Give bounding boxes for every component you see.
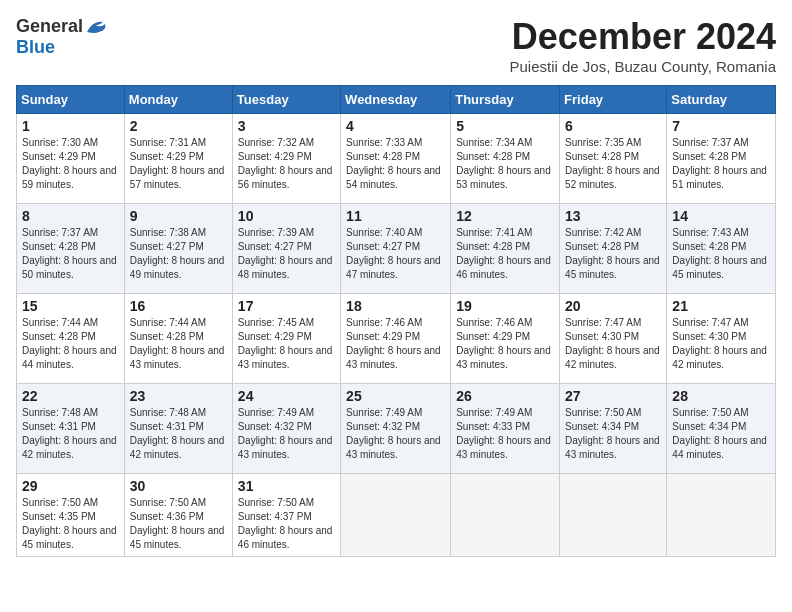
day-number: 5 [456, 118, 554, 134]
day-detail: Sunrise: 7:41 AMSunset: 4:28 PMDaylight:… [456, 226, 554, 282]
day-detail: Sunrise: 7:49 AMSunset: 4:32 PMDaylight:… [346, 406, 445, 462]
day-detail: Sunrise: 7:38 AMSunset: 4:27 PMDaylight:… [130, 226, 227, 282]
calendar-cell: 31Sunrise: 7:50 AMSunset: 4:37 PMDayligh… [232, 474, 340, 557]
calendar-week-row: 8Sunrise: 7:37 AMSunset: 4:28 PMDaylight… [17, 204, 776, 294]
logo-general: General [16, 16, 83, 37]
day-detail: Sunrise: 7:35 AMSunset: 4:28 PMDaylight:… [565, 136, 661, 192]
day-detail: Sunrise: 7:32 AMSunset: 4:29 PMDaylight:… [238, 136, 335, 192]
calendar-header-row: SundayMondayTuesdayWednesdayThursdayFrid… [17, 86, 776, 114]
weekday-header-wednesday: Wednesday [341, 86, 451, 114]
day-number: 7 [672, 118, 770, 134]
day-number: 15 [22, 298, 119, 314]
calendar-cell: 15Sunrise: 7:44 AMSunset: 4:28 PMDayligh… [17, 294, 125, 384]
day-number: 19 [456, 298, 554, 314]
day-detail: Sunrise: 7:49 AMSunset: 4:32 PMDaylight:… [238, 406, 335, 462]
calendar-cell: 26Sunrise: 7:49 AMSunset: 4:33 PMDayligh… [451, 384, 560, 474]
day-number: 8 [22, 208, 119, 224]
calendar-cell: 19Sunrise: 7:46 AMSunset: 4:29 PMDayligh… [451, 294, 560, 384]
calendar-cell [560, 474, 667, 557]
day-number: 18 [346, 298, 445, 314]
day-number: 10 [238, 208, 335, 224]
day-number: 3 [238, 118, 335, 134]
day-detail: Sunrise: 7:37 AMSunset: 4:28 PMDaylight:… [672, 136, 770, 192]
day-number: 24 [238, 388, 335, 404]
day-detail: Sunrise: 7:48 AMSunset: 4:31 PMDaylight:… [130, 406, 227, 462]
calendar-cell: 11Sunrise: 7:40 AMSunset: 4:27 PMDayligh… [341, 204, 451, 294]
calendar-cell: 14Sunrise: 7:43 AMSunset: 4:28 PMDayligh… [667, 204, 776, 294]
weekday-header-friday: Friday [560, 86, 667, 114]
day-detail: Sunrise: 7:30 AMSunset: 4:29 PMDaylight:… [22, 136, 119, 192]
calendar-cell: 29Sunrise: 7:50 AMSunset: 4:35 PMDayligh… [17, 474, 125, 557]
logo-blue: Blue [16, 37, 55, 58]
title-section: December 2024 Puiestii de Jos, Buzau Cou… [509, 16, 776, 75]
day-number: 1 [22, 118, 119, 134]
calendar-cell: 30Sunrise: 7:50 AMSunset: 4:36 PMDayligh… [124, 474, 232, 557]
calendar-table: SundayMondayTuesdayWednesdayThursdayFrid… [16, 85, 776, 557]
calendar-cell: 1Sunrise: 7:30 AMSunset: 4:29 PMDaylight… [17, 114, 125, 204]
day-detail: Sunrise: 7:50 AMSunset: 4:34 PMDaylight:… [672, 406, 770, 462]
day-detail: Sunrise: 7:40 AMSunset: 4:27 PMDaylight:… [346, 226, 445, 282]
day-detail: Sunrise: 7:50 AMSunset: 4:34 PMDaylight:… [565, 406, 661, 462]
calendar-cell: 18Sunrise: 7:46 AMSunset: 4:29 PMDayligh… [341, 294, 451, 384]
day-number: 9 [130, 208, 227, 224]
day-number: 13 [565, 208, 661, 224]
calendar-cell: 23Sunrise: 7:48 AMSunset: 4:31 PMDayligh… [124, 384, 232, 474]
calendar-cell: 4Sunrise: 7:33 AMSunset: 4:28 PMDaylight… [341, 114, 451, 204]
calendar-cell: 20Sunrise: 7:47 AMSunset: 4:30 PMDayligh… [560, 294, 667, 384]
day-detail: Sunrise: 7:37 AMSunset: 4:28 PMDaylight:… [22, 226, 119, 282]
day-number: 17 [238, 298, 335, 314]
day-number: 14 [672, 208, 770, 224]
day-number: 28 [672, 388, 770, 404]
day-detail: Sunrise: 7:44 AMSunset: 4:28 PMDaylight:… [130, 316, 227, 372]
calendar-cell: 27Sunrise: 7:50 AMSunset: 4:34 PMDayligh… [560, 384, 667, 474]
day-number: 31 [238, 478, 335, 494]
day-number: 22 [22, 388, 119, 404]
calendar-cell: 9Sunrise: 7:38 AMSunset: 4:27 PMDaylight… [124, 204, 232, 294]
day-detail: Sunrise: 7:34 AMSunset: 4:28 PMDaylight:… [456, 136, 554, 192]
day-detail: Sunrise: 7:49 AMSunset: 4:33 PMDaylight:… [456, 406, 554, 462]
calendar-week-row: 29Sunrise: 7:50 AMSunset: 4:35 PMDayligh… [17, 474, 776, 557]
calendar-cell: 10Sunrise: 7:39 AMSunset: 4:27 PMDayligh… [232, 204, 340, 294]
day-number: 29 [22, 478, 119, 494]
day-detail: Sunrise: 7:50 AMSunset: 4:35 PMDaylight:… [22, 496, 119, 552]
calendar-cell: 24Sunrise: 7:49 AMSunset: 4:32 PMDayligh… [232, 384, 340, 474]
calendar-week-row: 15Sunrise: 7:44 AMSunset: 4:28 PMDayligh… [17, 294, 776, 384]
calendar-cell: 6Sunrise: 7:35 AMSunset: 4:28 PMDaylight… [560, 114, 667, 204]
calendar-cell: 5Sunrise: 7:34 AMSunset: 4:28 PMDaylight… [451, 114, 560, 204]
calendar-cell: 22Sunrise: 7:48 AMSunset: 4:31 PMDayligh… [17, 384, 125, 474]
calendar-cell: 16Sunrise: 7:44 AMSunset: 4:28 PMDayligh… [124, 294, 232, 384]
day-detail: Sunrise: 7:47 AMSunset: 4:30 PMDaylight:… [565, 316, 661, 372]
day-detail: Sunrise: 7:46 AMSunset: 4:29 PMDaylight:… [346, 316, 445, 372]
weekday-header-monday: Monday [124, 86, 232, 114]
calendar-cell: 7Sunrise: 7:37 AMSunset: 4:28 PMDaylight… [667, 114, 776, 204]
calendar-cell: 2Sunrise: 7:31 AMSunset: 4:29 PMDaylight… [124, 114, 232, 204]
calendar-cell [341, 474, 451, 557]
day-number: 27 [565, 388, 661, 404]
calendar-cell: 8Sunrise: 7:37 AMSunset: 4:28 PMDaylight… [17, 204, 125, 294]
day-number: 21 [672, 298, 770, 314]
location-subtitle: Puiestii de Jos, Buzau County, Romania [509, 58, 776, 75]
calendar-cell: 21Sunrise: 7:47 AMSunset: 4:30 PMDayligh… [667, 294, 776, 384]
calendar-cell: 28Sunrise: 7:50 AMSunset: 4:34 PMDayligh… [667, 384, 776, 474]
day-number: 2 [130, 118, 227, 134]
day-number: 30 [130, 478, 227, 494]
calendar-cell: 12Sunrise: 7:41 AMSunset: 4:28 PMDayligh… [451, 204, 560, 294]
day-number: 11 [346, 208, 445, 224]
logo: General Blue [16, 16, 107, 58]
day-detail: Sunrise: 7:47 AMSunset: 4:30 PMDaylight:… [672, 316, 770, 372]
day-detail: Sunrise: 7:43 AMSunset: 4:28 PMDaylight:… [672, 226, 770, 282]
calendar-cell [667, 474, 776, 557]
day-detail: Sunrise: 7:33 AMSunset: 4:28 PMDaylight:… [346, 136, 445, 192]
logo-bird-icon [85, 18, 107, 36]
month-title: December 2024 [509, 16, 776, 58]
day-detail: Sunrise: 7:44 AMSunset: 4:28 PMDaylight:… [22, 316, 119, 372]
weekday-header-tuesday: Tuesday [232, 86, 340, 114]
calendar-week-row: 22Sunrise: 7:48 AMSunset: 4:31 PMDayligh… [17, 384, 776, 474]
day-number: 12 [456, 208, 554, 224]
page-header: General Blue December 2024 Puiestii de J… [16, 16, 776, 75]
day-number: 26 [456, 388, 554, 404]
calendar-cell: 3Sunrise: 7:32 AMSunset: 4:29 PMDaylight… [232, 114, 340, 204]
weekday-header-sunday: Sunday [17, 86, 125, 114]
calendar-cell: 25Sunrise: 7:49 AMSunset: 4:32 PMDayligh… [341, 384, 451, 474]
day-detail: Sunrise: 7:48 AMSunset: 4:31 PMDaylight:… [22, 406, 119, 462]
